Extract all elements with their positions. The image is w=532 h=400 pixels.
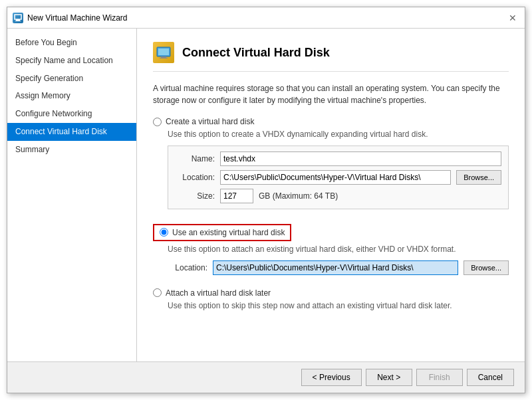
page-title: Connect Virtual Hard Disk [182,46,330,60]
title-bar: New Virtual Machine Wizard ✕ [7,7,525,29]
create-vhd-desc: Use this option to create a VHDX dynamic… [168,129,509,140]
existing-browse-button[interactable]: Browse... [464,260,509,275]
svg-rect-5 [161,56,166,58]
radio-use-existing-input[interactable] [160,228,168,237]
sidebar-item-connect-vhd[interactable]: Connect Virtual Hard Disk [7,123,136,141]
close-button[interactable]: ✕ [506,11,519,25]
radio-create-vhd[interactable]: Create a virtual hard disk [153,117,509,126]
window-icon [13,13,23,23]
content-area: Before You Begin Specify Name and Locati… [7,29,525,361]
option-create-vhd: Create a virtual hard disk Use this opti… [153,117,509,216]
create-browse-button[interactable]: Browse... [456,170,501,185]
sidebar-item-summary[interactable]: Summary [7,141,136,159]
next-button[interactable]: Next > [366,369,412,386]
page-header: Connect Virtual Hard Disk [153,42,509,72]
cancel-button[interactable]: Cancel [467,369,514,386]
page-description: A virtual machine requires storage so th… [153,82,509,106]
svg-rect-1 [16,19,20,21]
svg-rect-0 [15,15,21,19]
radio-attach-later-label[interactable]: Attach a virtual hard disk later [166,288,271,298]
selected-option-box: Use an existing virtual hard disk [153,224,291,241]
page-header-icon [153,42,174,63]
window-title: New Virtual Machine Wizard [27,13,128,23]
sidebar: Before You Begin Specify Name and Locati… [7,29,137,361]
existing-location-input[interactable] [213,260,458,275]
svg-rect-6 [160,58,168,58]
radio-attach-later[interactable]: Attach a virtual hard disk later [153,288,509,298]
attach-later-desc: Use this option to skip this step now an… [168,300,509,312]
location-input[interactable] [220,170,451,185]
name-input[interactable] [220,151,501,166]
wizard-window: New Virtual Machine Wizard ✕ Before You … [7,7,525,393]
size-unit: GB (Maximum: 64 TB) [259,191,338,201]
use-existing-desc: Use this option to attach an existing vi… [168,244,509,255]
radio-create-vhd-label[interactable]: Create a virtual hard disk [166,117,254,126]
radio-create-vhd-input[interactable] [153,118,162,126]
previous-button[interactable]: < Previous [301,369,362,386]
option-attach-later: Attach a virtual hard disk later Use thi… [153,288,509,317]
sidebar-item-specify-name[interactable]: Specify Name and Location [7,52,136,70]
option-use-existing: Use an existing virtual hard disk Use th… [153,224,509,280]
size-label: Size: [175,191,215,201]
form-row-location: Location: Browse... [175,170,501,185]
radio-attach-later-input[interactable] [153,288,162,297]
main-panel: Connect Virtual Hard Disk A virtual mach… [137,29,525,361]
form-row-size: Size: GB (Maximum: 64 TB) [175,189,501,203]
title-bar-left: New Virtual Machine Wizard [13,13,128,23]
radio-use-existing-label[interactable]: Use an existing virtual hard disk [172,228,285,237]
size-row: GB (Maximum: 64 TB) [220,189,338,203]
svg-rect-4 [158,49,169,55]
sidebar-item-configure-networking[interactable]: Configure Networking [7,105,136,123]
existing-location-label: Location: [168,263,207,272]
sidebar-item-specify-generation[interactable]: Specify Generation [7,70,136,88]
footer: < Previous Next > Finish Cancel [7,361,525,393]
create-vhd-form: Name: Location: Browse... Size: GB (Maxi… [168,146,509,209]
location-label: Location: [175,173,215,182]
sidebar-item-assign-memory[interactable]: Assign Memory [7,87,136,105]
finish-button[interactable]: Finish [416,369,463,386]
sidebar-item-before-you-begin[interactable]: Before You Begin [7,34,136,52]
form-row-name: Name: [175,151,501,166]
name-label: Name: [175,154,215,163]
svg-rect-2 [15,21,21,21]
size-input[interactable] [220,189,253,203]
existing-location-row: Location: Browse... [168,260,509,275]
